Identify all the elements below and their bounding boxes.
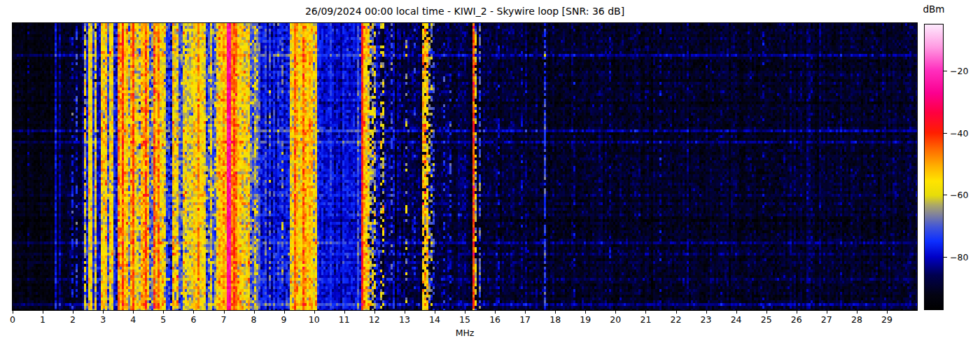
x-tick-label: 20 — [610, 314, 621, 325]
x-tick-label: 1 — [40, 314, 46, 325]
x-tick-label: 10 — [309, 314, 320, 325]
colorbar-label: dBm — [916, 4, 952, 15]
x-tick-label: 7 — [221, 314, 227, 325]
x-tick — [525, 311, 526, 314]
x-tick — [555, 311, 556, 314]
x-tick — [797, 311, 797, 314]
x-tick-label: 5 — [160, 314, 166, 325]
x-tick-label: 19 — [580, 314, 591, 325]
x-tick — [887, 311, 888, 314]
x-tick-label: 24 — [731, 314, 742, 325]
x-tick — [827, 311, 827, 314]
x-tick — [495, 311, 496, 314]
x-tick-label: 29 — [881, 314, 892, 325]
colorbar-tick — [944, 257, 947, 258]
x-tick — [645, 311, 646, 314]
x-tick-label: 6 — [190, 314, 196, 325]
x-tick — [13, 311, 13, 314]
x-tick — [73, 311, 74, 314]
colorbar — [924, 24, 944, 310]
x-tick-label: 16 — [489, 314, 500, 325]
colorbar-tick-label: −20 — [950, 66, 968, 76]
x-tick-label: 2 — [70, 314, 76, 325]
x-tick — [103, 311, 104, 314]
x-tick — [284, 311, 285, 314]
x-axis-label: MHz — [13, 328, 917, 338]
colorbar-tick — [944, 133, 947, 134]
x-tick-label: 12 — [369, 314, 380, 325]
x-tick-label: 4 — [130, 314, 136, 325]
x-tick-label: 23 — [701, 314, 712, 325]
x-tick-label: 28 — [851, 314, 862, 325]
x-tick — [736, 311, 737, 314]
x-tick — [435, 311, 435, 314]
x-tick-label: 15 — [459, 314, 470, 325]
x-tick-label: 3 — [100, 314, 106, 325]
x-tick-label: 26 — [791, 314, 802, 325]
x-tick-label: 17 — [519, 314, 531, 325]
x-tick-label: 14 — [429, 314, 440, 325]
x-tick-label: 18 — [550, 314, 561, 325]
x-tick-label: 21 — [640, 314, 651, 325]
x-tick — [133, 311, 134, 314]
spectrogram-figure: 26/09/2024 00:00 local time - KIWI_2 - S… — [0, 0, 980, 350]
x-tick-label: 22 — [671, 314, 682, 325]
x-tick-label: 13 — [399, 314, 410, 325]
x-tick — [163, 311, 164, 314]
x-tick-label: 8 — [251, 314, 257, 325]
colorbar-tick — [944, 71, 947, 71]
x-tick — [706, 311, 707, 314]
x-tick-label: 25 — [761, 314, 772, 325]
x-tick-label: 11 — [339, 314, 350, 325]
x-tick — [374, 311, 375, 314]
x-tick — [766, 311, 767, 314]
colorbar-tick — [944, 195, 947, 195]
colorbar-tick-label: −40 — [950, 127, 968, 138]
x-tick — [43, 311, 43, 314]
x-tick — [676, 311, 677, 314]
x-tick — [465, 311, 465, 314]
x-tick — [585, 311, 586, 314]
x-tick-label: 9 — [281, 314, 287, 325]
x-tick — [344, 311, 345, 314]
waterfall-heatmap — [12, 22, 918, 311]
x-tick-label: 27 — [821, 314, 832, 325]
colorbar-tick-label: −80 — [950, 251, 968, 262]
colorbar-tick-label: −60 — [950, 190, 968, 200]
x-tick — [615, 311, 616, 314]
x-tick-label: 0 — [10, 314, 15, 325]
x-tick — [857, 311, 858, 314]
x-tick — [254, 311, 255, 314]
x-tick — [224, 311, 225, 314]
chart-title: 26/09/2024 00:00 local time - KIWI_2 - S… — [13, 5, 917, 18]
x-tick — [314, 311, 315, 314]
x-tick — [193, 311, 194, 314]
x-tick — [405, 311, 405, 314]
